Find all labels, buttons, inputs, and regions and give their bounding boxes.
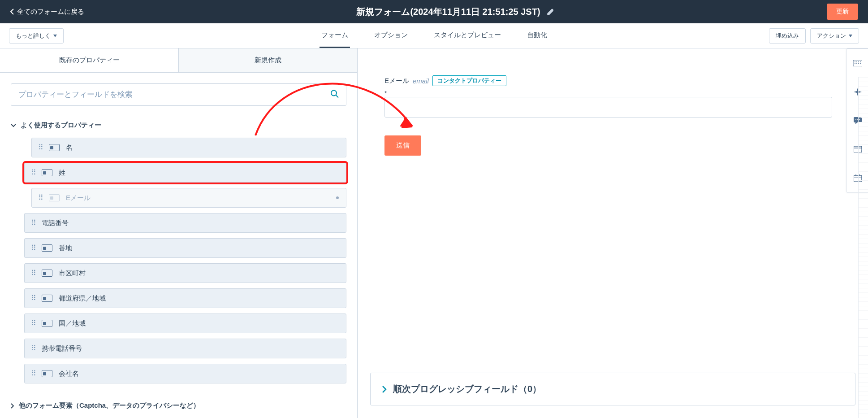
drag-handle-icon: ⠿ (31, 171, 35, 174)
svg-point-10 (860, 63, 861, 64)
text-field-icon (42, 295, 52, 302)
property-label: 市区町村 (59, 269, 86, 278)
contact-property-badge: コンタクトプロパティー (432, 75, 506, 86)
property-label: 名 (66, 144, 73, 152)
drag-handle-icon: ⠿ (31, 272, 35, 274)
chevron-down-icon (11, 124, 16, 127)
drag-handle-icon: ⠿ (38, 146, 43, 149)
property-label: 番地 (59, 244, 72, 253)
topbar-title-wrap: 新規フォーム(2024年11月11日 21:51:25 JST) (356, 6, 554, 18)
caret-down-icon (53, 35, 57, 37)
group-other-header[interactable]: 他のフォーム要素（Captcha、データのプライバシーなど） (11, 401, 346, 410)
tab-form[interactable]: フォーム (320, 23, 350, 48)
ruler (858, 77, 868, 418)
caret-down-icon (849, 35, 852, 37)
tab-automation[interactable]: 自動化 (525, 23, 549, 48)
toolbar-right: 埋め込み アクション (769, 28, 859, 44)
tab-options[interactable]: オプション (372, 23, 410, 48)
left-panel: 既存のプロパティー 新規作成 よく使用するプロパティー ⠿名⠿姓⠿Eメール⠿電話… (0, 48, 358, 418)
drag-handle-icon: ⠿ (38, 196, 43, 199)
svg-point-9 (858, 63, 859, 64)
field-label-main: Eメール (384, 77, 409, 85)
svg-point-3 (855, 61, 855, 62)
chevron-right-icon (382, 386, 387, 393)
more-dropdown[interactable]: もっと詳しく (9, 28, 64, 44)
topbar: 全てのフォームに戻る 新規フォーム(2024年11月11日 21:51:25 J… (0, 0, 868, 23)
field-label-italic: email (413, 77, 429, 85)
svg-point-12 (855, 119, 856, 120)
property-item: ⠿Eメール (31, 188, 346, 208)
text-field-icon (49, 194, 60, 201)
embed-button[interactable]: 埋め込み (769, 28, 806, 44)
actions-dropdown[interactable]: アクション (810, 28, 859, 44)
text-field-icon (42, 270, 52, 277)
drag-handle-icon: ⠿ (31, 222, 35, 224)
drag-handle-icon: ⠿ (31, 372, 35, 375)
field-label-row: Eメール email コンタクトプロパティー (384, 75, 832, 86)
chevron-left-icon (10, 9, 14, 15)
group-common-header[interactable]: よく使用するプロパティー (11, 121, 346, 130)
property-item[interactable]: ⠿国／地域 (24, 314, 346, 333)
toolbar: もっと詳しく フォーム オプション スタイルとプレビュー 自動化 埋め込み アク… (0, 23, 868, 48)
chevron-right-icon (11, 403, 14, 409)
submit-button[interactable]: 送信 (384, 135, 421, 156)
rail-keyboard-icon[interactable] (847, 49, 868, 78)
form-canvas: Eメール email コンタクトプロパティー * 送信 (358, 48, 868, 373)
property-label: 電話番号 (42, 219, 69, 227)
property-item[interactable]: ⠿名 (31, 138, 346, 157)
back-link[interactable]: 全てのフォームに戻る (10, 8, 84, 16)
svg-rect-2 (853, 60, 862, 66)
property-item[interactable]: ⠿会社名 (24, 364, 346, 383)
left-body: よく使用するプロパティー ⠿名⠿姓⠿Eメール⠿電話番号⠿番地⠿市区町村⠿都道府県… (0, 73, 357, 418)
actions-label: アクション (817, 32, 846, 40)
search-input[interactable] (11, 83, 346, 106)
left-tab-new[interactable]: 新規作成 (178, 48, 357, 73)
text-field-icon (42, 320, 52, 327)
property-label: 携帯電話番号 (42, 344, 82, 353)
text-field-icon (42, 370, 52, 377)
property-label: 国／地域 (59, 319, 86, 328)
progressive-label: 順次プログレッシブフィールド（0） (393, 383, 541, 395)
left-tabs: 既存のプロパティー 新規作成 (0, 48, 357, 73)
text-field-icon (42, 169, 52, 176)
property-list: ⠿名⠿姓⠿Eメール⠿電話番号⠿番地⠿市区町村⠿都道府県／地域⠿国／地域⠿携帯電話… (11, 138, 346, 383)
main-area: 既存のプロパティー 新規作成 よく使用するプロパティー ⠿名⠿姓⠿Eメール⠿電話… (0, 48, 868, 418)
group-common-label: よく使用するプロパティー (21, 121, 101, 130)
property-item[interactable]: ⠿番地 (24, 238, 346, 258)
right-panel: Eメール email コンタクトプロパティー * 送信 順次プログレッシブフィー… (358, 48, 868, 418)
svg-point-7 (855, 63, 855, 64)
page-title: 新規フォーム(2024年11月11日 21:51:25 JST) (356, 6, 540, 18)
text-field-icon (49, 144, 60, 151)
drag-handle-icon: ⠿ (31, 297, 35, 300)
used-indicator-icon (336, 196, 339, 199)
update-button[interactable]: 更新 (827, 4, 858, 20)
property-label: 姓 (59, 169, 65, 177)
group-other-label: 他のフォーム要素（Captcha、データのプライバシーなど） (19, 401, 200, 410)
pencil-icon[interactable] (547, 8, 555, 16)
drag-handle-icon: ⠿ (31, 247, 35, 249)
main-tabs: フォーム オプション スタイルとプレビュー 自動化 (320, 23, 549, 48)
field-email-block[interactable]: Eメール email コンタクトプロパティー * (384, 75, 832, 118)
tab-style-preview[interactable]: スタイルとプレビュー (432, 23, 503, 48)
property-label: 会社名 (59, 370, 79, 378)
text-field-icon (42, 244, 52, 252)
svg-point-0 (331, 91, 337, 96)
property-item[interactable]: ⠿電話番号 (24, 213, 346, 233)
left-tab-existing[interactable]: 既存のプロパティー (0, 48, 178, 72)
more-label: もっと詳しく (16, 32, 51, 40)
property-item[interactable]: ⠿市区町村 (24, 263, 346, 283)
property-item[interactable]: ⠿都道府県／地域 (24, 288, 346, 308)
drag-handle-icon: ⠿ (31, 322, 35, 325)
email-field[interactable] (384, 97, 832, 118)
required-star: * (384, 90, 387, 97)
search-wrap (11, 83, 346, 106)
back-label: 全てのフォームに戻る (17, 8, 84, 16)
svg-point-8 (856, 63, 857, 64)
property-item[interactable]: ⠿姓 (24, 163, 346, 183)
svg-point-6 (860, 61, 861, 62)
progressive-fields-panel[interactable]: 順次プログレッシブフィールド（0） (370, 373, 855, 405)
property-label: 都道府県／地域 (59, 294, 106, 303)
search-icon[interactable] (330, 90, 339, 100)
property-item[interactable]: ⠿携帯電話番号 (24, 339, 346, 358)
svg-point-4 (856, 61, 857, 62)
